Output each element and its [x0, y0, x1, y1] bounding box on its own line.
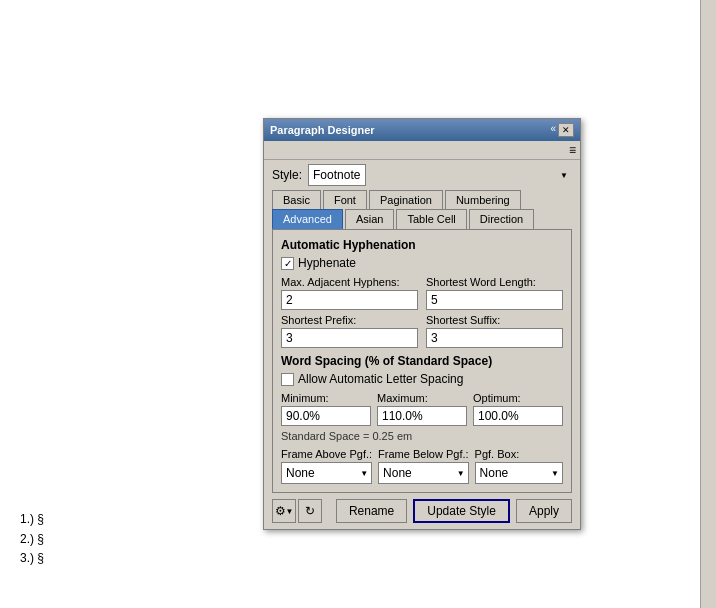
apply-button[interactable]: Apply: [516, 499, 572, 523]
allow-spacing-row: Allow Automatic Letter Spacing: [281, 372, 563, 386]
optimum-group: Optimum:: [473, 392, 563, 426]
collapse-icon[interactable]: «: [550, 123, 556, 137]
style-label: Style:: [272, 168, 302, 182]
dialog-title: Paragraph Designer: [270, 124, 375, 136]
tab-basic[interactable]: Basic: [272, 190, 321, 209]
allow-spacing-checkbox[interactable]: [281, 373, 294, 386]
close-button[interactable]: ✕: [558, 123, 574, 137]
gear-button[interactable]: ⚙ ▼: [272, 499, 296, 523]
frame-above-select[interactable]: None: [281, 462, 372, 484]
style-select-wrapper: Footnote: [308, 164, 572, 186]
word-spacing-title: Word Spacing (% of Standard Space): [281, 354, 563, 368]
shortest-prefix-input[interactable]: [281, 328, 418, 348]
shortest-word-input[interactable]: [426, 290, 563, 310]
list-item-1: 1.) §: [20, 510, 44, 529]
title-controls: « ✕: [550, 123, 574, 137]
tab-pagination[interactable]: Pagination: [369, 190, 443, 209]
hyphenate-row: ✓ Hyphenate: [281, 256, 563, 270]
hyphen-fields-row1: Max. Adjacent Hyphens: Shortest Word Len…: [281, 276, 563, 310]
hyphenate-checkbox[interactable]: ✓: [281, 257, 294, 270]
word-spacing-section: Word Spacing (% of Standard Space) Allow…: [281, 354, 563, 442]
sidebar-content: 1.) § 2.) § 3.) §: [20, 510, 44, 568]
frame-box-select[interactable]: None: [475, 462, 563, 484]
shortest-suffix-label: Shortest Suffix:: [426, 314, 563, 326]
frame-box-group: Pgf. Box: None: [475, 448, 563, 484]
menu-bar: ≡: [264, 141, 580, 160]
shortest-suffix-input[interactable]: [426, 328, 563, 348]
frame-box-label: Pgf. Box:: [475, 448, 563, 460]
optimum-input[interactable]: [473, 406, 563, 426]
frame-row: Frame Above Pgf.: None Frame Below Pgf.:…: [281, 448, 563, 484]
shortest-word-label: Shortest Word Length:: [426, 276, 563, 288]
tab-asian[interactable]: Asian: [345, 209, 395, 229]
style-row: Style: Footnote: [264, 160, 580, 190]
maximum-group: Maximum:: [377, 392, 467, 426]
update-style-button[interactable]: Update Style: [413, 499, 510, 523]
optimum-label: Optimum:: [473, 392, 563, 404]
dropdown-arrow: ▼: [286, 507, 294, 516]
rename-button[interactable]: Rename: [336, 499, 407, 523]
minimum-input[interactable]: [281, 406, 371, 426]
shortest-suffix-group: Shortest Suffix:: [426, 314, 563, 348]
frame-above-group: Frame Above Pgf.: None: [281, 448, 372, 484]
toolbar-right: Rename Update Style Apply: [336, 499, 572, 523]
shortest-prefix-group: Shortest Prefix:: [281, 314, 418, 348]
tabs-row-1: Basic Font Pagination Numbering: [272, 190, 572, 209]
spacing-fields-row: Minimum: Maximum: Optimum:: [281, 392, 563, 426]
hyphen-fields-row2: Shortest Prefix: Shortest Suffix:: [281, 314, 563, 348]
hyphenate-label: Hyphenate: [298, 256, 356, 270]
max-adjacent-group: Max. Adjacent Hyphens:: [281, 276, 418, 310]
bottom-toolbar: ⚙ ▼ ↻ Rename Update Style Apply: [264, 493, 580, 529]
style-select[interactable]: Footnote: [308, 164, 366, 186]
allow-spacing-label: Allow Automatic Letter Spacing: [298, 372, 463, 386]
tab-table-cell[interactable]: Table Cell: [396, 209, 466, 229]
tab-font[interactable]: Font: [323, 190, 367, 209]
tab-advanced[interactable]: Advanced: [272, 209, 343, 229]
frame-above-label: Frame Above Pgf.:: [281, 448, 372, 460]
tab-numbering[interactable]: Numbering: [445, 190, 521, 209]
maximum-label: Maximum:: [377, 392, 467, 404]
content-panel: Automatic Hyphenation ✓ Hyphenate Max. A…: [272, 229, 572, 493]
tabs-container: Basic Font Pagination Numbering Advanced…: [264, 190, 580, 229]
frame-below-group: Frame Below Pgf.: None: [378, 448, 468, 484]
list-item-2: 2.) §: [20, 530, 44, 549]
frame-below-wrapper: None: [378, 462, 468, 484]
gear-icon: ⚙: [275, 504, 286, 518]
refresh-button[interactable]: ↻: [298, 499, 322, 523]
menu-icon[interactable]: ≡: [569, 143, 576, 157]
toolbar-left: ⚙ ▼ ↻: [272, 499, 322, 523]
tabs-row-2: Advanced Asian Table Cell Direction: [272, 209, 572, 229]
shortest-word-group: Shortest Word Length:: [426, 276, 563, 310]
frame-box-wrapper: None: [475, 462, 563, 484]
hyphenation-title: Automatic Hyphenation: [281, 238, 563, 252]
tab-direction[interactable]: Direction: [469, 209, 534, 229]
max-adjacent-input[interactable]: [281, 290, 418, 310]
paragraph-designer-dialog: Paragraph Designer « ✕ ≡ Style: Footnote…: [263, 118, 581, 530]
frame-below-label: Frame Below Pgf.:: [378, 448, 468, 460]
refresh-icon: ↻: [305, 504, 315, 518]
frame-above-wrapper: None: [281, 462, 372, 484]
standard-space-text: Standard Space = 0.25 em: [281, 430, 563, 442]
title-bar: Paragraph Designer « ✕: [264, 119, 580, 141]
scrollbar[interactable]: [700, 0, 716, 608]
minimum-group: Minimum:: [281, 392, 371, 426]
maximum-input[interactable]: [377, 406, 467, 426]
minimum-label: Minimum:: [281, 392, 371, 404]
max-adjacent-label: Max. Adjacent Hyphens:: [281, 276, 418, 288]
list-item-3: 3.) §: [20, 549, 44, 568]
frame-below-select[interactable]: None: [378, 462, 468, 484]
shortest-prefix-label: Shortest Prefix:: [281, 314, 418, 326]
